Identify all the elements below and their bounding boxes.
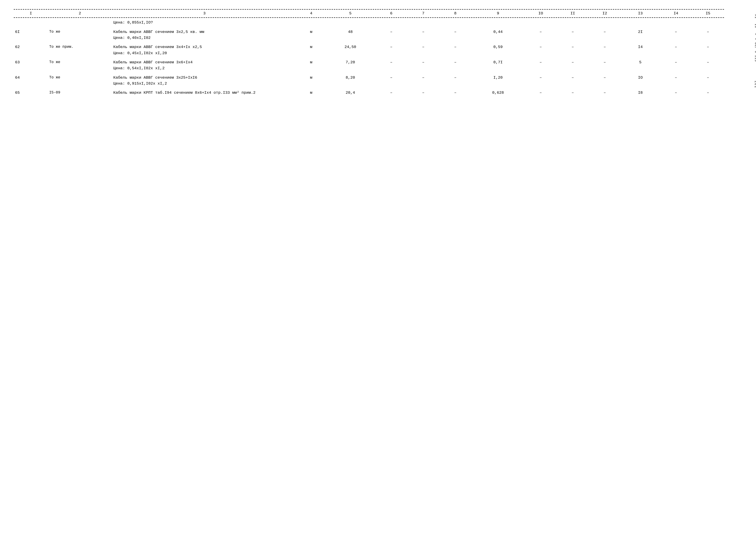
cell-9-5: 0,628 xyxy=(471,87,525,97)
side-annotation-top: т.п. ДI. IY xyxy=(755,14,756,40)
cell-13-3: 5 xyxy=(621,57,660,72)
header-col-7: 7 xyxy=(407,10,439,17)
cell-13-5: I8 xyxy=(621,87,660,97)
table-row: 6I То же Кабель марки АВВГ сечением 3х2,… xyxy=(14,27,724,42)
cell-num-5: 65 xyxy=(14,87,48,97)
cell-14-4: – xyxy=(660,72,692,88)
cell-6 xyxy=(375,18,407,27)
cell-15-5: – xyxy=(692,87,724,97)
header-col-4: 4 xyxy=(297,10,325,17)
cell-7-5: – xyxy=(407,87,439,97)
cell-5-4: 8,20 xyxy=(325,72,375,88)
cell-6-1: – xyxy=(375,27,407,42)
cell-12-1: – xyxy=(589,27,621,42)
cell-12-3: – xyxy=(589,57,621,72)
cell-num xyxy=(14,18,48,27)
cell-10-5: – xyxy=(525,87,557,97)
cell-14 xyxy=(660,18,692,27)
header-col-15: I5 xyxy=(692,10,724,17)
cell-7-4: – xyxy=(407,72,439,88)
table-row: 65 I5-09 Кабель марки КРПТ таб.I94 сечен… xyxy=(14,87,724,97)
header-col-12: I2 xyxy=(589,10,621,17)
table-row: 64 То же Кабель марки АВВГ сечением 3х25… xyxy=(14,72,724,88)
header-col-10: IO xyxy=(525,10,557,17)
cell-num-3: 63 xyxy=(14,57,48,72)
cell-12-2: – xyxy=(589,42,621,57)
cell-8 xyxy=(439,18,471,27)
cell-9-3: 0,7I xyxy=(471,57,525,72)
cell-5 xyxy=(325,18,375,27)
cell-desc-2: Кабель марки АВВГ сечением 3х4+Iх х2,5Це… xyxy=(112,42,297,57)
cell-num-4: 64 xyxy=(14,72,48,88)
cell-6-4: – xyxy=(375,72,407,88)
cell-13-2: I4 xyxy=(621,42,660,57)
cell-12-5: – xyxy=(589,87,621,97)
cell-note-4: То же xyxy=(48,72,112,88)
cell-8-3: – xyxy=(439,57,471,72)
cell-5-3: 7,20 xyxy=(325,57,375,72)
cell-14-1: – xyxy=(660,27,692,42)
cell-10 xyxy=(525,18,557,27)
cell-15-2: – xyxy=(692,42,724,57)
cell-15 xyxy=(692,18,724,27)
table-row: 63 То же Кабель марки АВВГ сечением 3х6+… xyxy=(14,57,724,72)
cell-9-1: 0,44 xyxy=(471,27,525,42)
table-row: 62 То же прим. Кабель марки АВВГ сечение… xyxy=(14,42,724,57)
cell-6-2: – xyxy=(375,42,407,57)
cell-unit-1: м xyxy=(297,27,325,42)
cell-12 xyxy=(589,18,621,27)
table-row-price: Цена: 0,855хI,IO? xyxy=(14,18,724,27)
header-col-8: 8 xyxy=(439,10,471,17)
cell-note-5: I5-09 xyxy=(48,87,112,97)
cell-8-1: – xyxy=(439,27,471,42)
cell-10-3: – xyxy=(525,57,557,72)
header-col-13: I3 xyxy=(621,10,660,17)
cell-5-2: 24,50 xyxy=(325,42,375,57)
cell-12-4: – xyxy=(589,72,621,88)
cell-8-5: – xyxy=(439,87,471,97)
cell-8-4: – xyxy=(439,72,471,88)
cell-7 xyxy=(407,18,439,27)
cell-num-1: 6I xyxy=(14,27,48,42)
header-col-5: 5 xyxy=(325,10,375,17)
cell-desc: Цена: 0,855хI,IO? xyxy=(112,18,297,27)
cell-unit-3: м xyxy=(297,57,325,72)
cell-unit-4: м xyxy=(297,72,325,88)
cell-11-4: – xyxy=(557,72,589,88)
cell-9-4: I,20 xyxy=(471,72,525,88)
header-col-14: I4 xyxy=(660,10,692,17)
cell-10-4: – xyxy=(525,72,557,88)
cell-11-2: – xyxy=(557,42,589,57)
cell-7-3: – xyxy=(407,57,439,72)
cell-6-3: – xyxy=(375,57,407,72)
header-col-3: 3 xyxy=(112,10,297,17)
cell-13-4: IO xyxy=(621,72,660,88)
cell-13 xyxy=(621,18,660,27)
cell-14-2: – xyxy=(660,42,692,57)
cell-7-2: – xyxy=(407,42,439,57)
cell-unit-2: м xyxy=(297,42,325,57)
cell-note-2: То же прим. xyxy=(48,42,112,57)
cell-11-5: – xyxy=(557,87,589,97)
cell-14-5: – xyxy=(660,87,692,97)
cell-14-3: – xyxy=(660,57,692,72)
cell-5-1: 48 xyxy=(325,27,375,42)
cell-desc-3: Кабель марки АВВГ сечением 3х6+Iх4Цена: … xyxy=(112,57,297,72)
cell-unit-5: м xyxy=(297,87,325,97)
cell-9 xyxy=(471,18,525,27)
cell-6-5: – xyxy=(375,87,407,97)
cell-15-1: – xyxy=(692,27,724,42)
cell-13-1: 2I xyxy=(621,27,660,42)
cell-note-3: То же xyxy=(48,57,112,72)
cell-desc-5: Кабель марки КРПТ таб.I94 сечением 8х6+I… xyxy=(112,87,297,97)
side-annotation-ref: ЕII-8-/08 xyxy=(755,42,756,62)
cell-11-1: – xyxy=(557,27,589,42)
cell-num-2: 62 xyxy=(14,42,48,57)
header-col-6: 6 xyxy=(375,10,407,17)
cell-9-2: 0,59 xyxy=(471,42,525,57)
side-annotation-middle: - I37 - xyxy=(754,75,756,93)
header-col-11: II xyxy=(557,10,589,17)
cell-11 xyxy=(557,18,589,27)
cell-11-3: – xyxy=(557,57,589,72)
cell-15-4: – xyxy=(692,72,724,88)
